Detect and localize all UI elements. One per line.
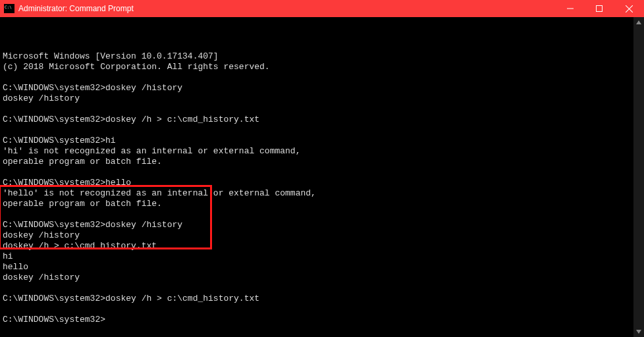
terminal-line [3, 209, 631, 220]
terminal-line: doskey /history [3, 93, 631, 104]
terminal-line: C:\WINDOWS\system32>doskey /h > c:\cmd_h… [3, 115, 631, 125]
window-title: Administrator: Command Prompt [18, 4, 556, 13]
terminal-line: C:\WINDOWS\system32>doskey /history [3, 83, 631, 93]
scroll-up-arrow-icon[interactable] [633, 17, 644, 28]
terminal-line: C:\WINDOWS\system32> [3, 315, 631, 325]
minimize-button[interactable] [556, 0, 585, 17]
scrollbar[interactable] [633, 17, 644, 337]
terminal-line: 'hi' is not recognized as an internal or… [3, 146, 631, 157]
terminal-line: hi [3, 251, 631, 262]
close-button[interactable] [614, 0, 644, 17]
terminal-line [3, 125, 631, 136]
terminal[interactable]: Microsoft Windows [Version 10.0.17134.40… [0, 17, 633, 337]
terminal-line: Microsoft Windows [Version 10.0.17134.40… [3, 51, 631, 62]
titlebar[interactable]: Administrator: Command Prompt [0, 0, 644, 17]
terminal-line: doskey /h > c:\cmd_history.txt [3, 241, 631, 251]
terminal-line: (c) 2018 Microsoft Corporation. All righ… [3, 62, 631, 72]
terminal-line: C:\WINDOWS\system32>hello [3, 178, 631, 188]
terminal-line [3, 167, 631, 178]
terminal-line: doskey /history [3, 272, 631, 283]
terminal-line [3, 72, 631, 83]
terminal-line [3, 304, 631, 315]
terminal-line [3, 283, 631, 294]
terminal-line: operable program or batch file. [3, 157, 631, 167]
svg-rect-1 [597, 6, 603, 12]
terminal-line: C:\WINDOWS\system32>doskey /history [3, 220, 631, 230]
terminal-wrapper: Microsoft Windows [Version 10.0.17134.40… [0, 17, 644, 337]
terminal-line: doskey /history [3, 230, 631, 241]
maximize-button[interactable] [585, 0, 614, 17]
scroll-down-arrow-icon[interactable] [633, 326, 644, 337]
terminal-line [3, 104, 631, 115]
terminal-line: C:\WINDOWS\system32>doskey /h > c:\cmd_h… [3, 294, 631, 304]
terminal-line: 'hello' is not recognized as an internal… [3, 188, 631, 199]
terminal-line: hello [3, 262, 631, 272]
terminal-line: C:\WINDOWS\system32>hi [3, 136, 631, 146]
terminal-line: operable program or batch file. [3, 199, 631, 209]
cmd-icon [4, 4, 14, 13]
window-controls [556, 0, 644, 17]
